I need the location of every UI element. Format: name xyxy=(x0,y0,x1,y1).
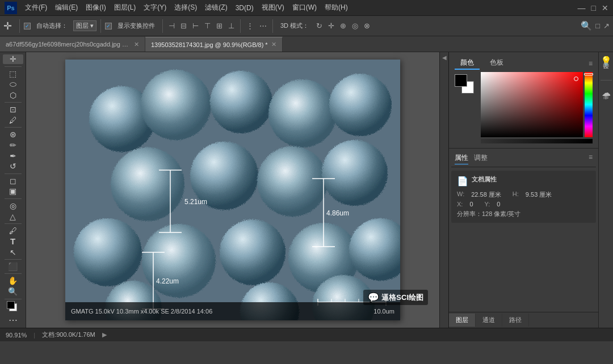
tool-pen[interactable]: 🖋 xyxy=(3,226,23,236)
panel-collapse[interactable]: ◀ xyxy=(439,52,448,328)
svg-point-12 xyxy=(220,219,285,285)
align-bottom-icon[interactable]: ⊥ xyxy=(226,20,236,31)
svg-point-11 xyxy=(142,224,216,298)
adjustments-tab[interactable]: 调整 xyxy=(474,153,488,164)
minimize-btn[interactable]: — xyxy=(578,3,586,12)
tab-1-close[interactable]: ✕ xyxy=(134,41,139,48)
learn-icon[interactable]: 💡 xyxy=(601,56,612,66)
dist-h-icon[interactable]: ⋮ xyxy=(245,20,255,31)
opacity-strip[interactable] xyxy=(481,139,593,143)
tool-sep-9 xyxy=(5,299,22,299)
status-bar: 90.91% | 文档:900.0K/1.76M ▶ xyxy=(0,328,613,341)
props-tabs: 属性 调整 ≡ xyxy=(451,151,596,167)
tool-eraser[interactable]: ◻ xyxy=(3,176,23,185)
canvas-wrap: 5.21um 4.86um 4.22um xyxy=(65,60,400,320)
paths-tab[interactable]: 路径 xyxy=(502,314,529,327)
w-label: W: xyxy=(457,191,464,199)
align-center-h-icon[interactable]: ⊟ xyxy=(179,20,188,31)
show-transform-label: 显示变换控件 xyxy=(114,20,158,31)
channels-tab[interactable]: 通道 xyxy=(476,314,502,327)
tool-blur[interactable]: ◎ xyxy=(3,201,23,210)
dist-v-icon[interactable]: ⋯ xyxy=(258,20,268,31)
align-top-icon[interactable]: ⊤ xyxy=(203,20,212,31)
cc-icon[interactable]: ☁ xyxy=(602,87,611,98)
tool-quick-select[interactable]: ⬡ xyxy=(3,90,23,100)
menu-type[interactable]: 文字(Y) xyxy=(140,2,170,14)
tool-eyedrop[interactable]: 🖊 xyxy=(3,115,23,125)
props-panel-menu[interactable]: ≡ xyxy=(589,153,593,164)
properties-tab[interactable]: 属性 xyxy=(455,153,468,164)
tool-shape[interactable]: ⬛ xyxy=(3,262,23,272)
tab-2[interactable]: 139503528174301.jpg @ 90.9%(RGB/8) * ✕ xyxy=(145,37,283,52)
status-sep: | xyxy=(33,332,35,338)
tool-dodge[interactable]: △ xyxy=(3,211,23,221)
tool-fg-bg[interactable] xyxy=(3,301,23,314)
menu-edit[interactable]: 编辑(E) xyxy=(52,2,81,14)
tool-sep-2 xyxy=(5,102,22,103)
move-tool-icon[interactable]: ✛ xyxy=(3,20,12,32)
menu-image[interactable]: 图像(I) xyxy=(82,2,109,14)
tab-2-close[interactable]: ✕ xyxy=(271,41,276,48)
tool-brush[interactable]: ✏ xyxy=(3,140,23,150)
menu-file[interactable]: 文件(F) xyxy=(22,2,51,14)
progress-arrow[interactable]: ▶ xyxy=(102,331,107,338)
3d-rotate-icon[interactable]: ↻ xyxy=(314,20,324,31)
show-transform-checkbox[interactable] xyxy=(105,23,112,29)
3d-roll-icon[interactable]: ◎ xyxy=(350,20,360,31)
3d-pan-icon[interactable]: ⊗ xyxy=(362,20,372,31)
right-toolbar-icons: 🔍 □ ↗ xyxy=(581,20,610,31)
color-section: 颜色 色板 ≡ xyxy=(449,52,598,149)
align-right-icon[interactable]: ⊢ xyxy=(191,20,200,31)
maximize-btn[interactable]: □ xyxy=(591,3,596,12)
layer-dropdown[interactable]: 图层 ▾ xyxy=(73,20,96,31)
fg-color-swatch[interactable] xyxy=(455,74,467,87)
menu-view[interactable]: 视图(V) xyxy=(258,2,288,14)
right-side-panel: 💡 学习 ☁ 库 xyxy=(598,52,613,328)
svg-point-2 xyxy=(141,70,211,140)
tool-move[interactable]: ✛ xyxy=(3,54,23,64)
search-icon[interactable]: 🔍 xyxy=(581,20,592,31)
ps-logo: Ps xyxy=(5,2,17,14)
swatches-tab[interactable]: 色板 xyxy=(484,57,509,70)
tab-1[interactable]: a67df556gy1fe6098mercj20hs0cgadd.jpg @ 9… xyxy=(0,37,145,52)
image-footer: GMATG 15.0kV 10.3mm x4.00k SE 2/8/2014 1… xyxy=(65,302,400,320)
menu-select[interactable]: 选择(S) xyxy=(171,2,200,14)
tool-crop[interactable]: ⊡ xyxy=(3,104,23,114)
gradient-container[interactable] xyxy=(481,72,593,137)
tool-zoom[interactable]: 🔍 xyxy=(3,287,23,297)
tool-history-brush[interactable]: ↺ xyxy=(3,162,23,171)
menu-layer[interactable]: 图层(L) xyxy=(111,2,140,14)
align-left-icon[interactable]: ⊣ xyxy=(167,20,177,31)
tool-type[interactable]: T xyxy=(3,236,23,246)
doc-size: 文档:900.0K/1.76M xyxy=(42,331,95,339)
tool-hand[interactable]: ✋ xyxy=(3,276,23,286)
gradient-main[interactable] xyxy=(481,72,583,137)
menu-3d[interactable]: 3D(D) xyxy=(232,3,257,13)
color-tab[interactable]: 颜色 xyxy=(455,57,480,70)
3d-move-icon[interactable]: ✛ xyxy=(326,20,336,31)
3d-scale-icon[interactable]: ⊕ xyxy=(338,20,348,31)
tab-bar: a67df556gy1fe6098mercj20hs0cgadd.jpg @ 9… xyxy=(0,36,613,52)
hue-strip[interactable] xyxy=(585,72,593,137)
menu-window[interactable]: 窗口(W) xyxy=(289,2,320,14)
document-properties: 📄 文档属性 W: 22.58 厘米 H: 9.53 厘米 X: 0 Y: 0 xyxy=(451,171,596,223)
menu-filter[interactable]: 滤镜(Z) xyxy=(201,2,230,14)
workspace-icon[interactable]: □ xyxy=(595,22,600,30)
menu-help[interactable]: 帮助(H) xyxy=(321,2,351,14)
tool-lasso[interactable]: ⬭ xyxy=(3,79,23,89)
share-icon[interactable]: ↗ xyxy=(603,22,610,30)
tool-stamp[interactable]: ✒ xyxy=(3,151,23,160)
svg-point-9 xyxy=(322,140,388,206)
watermark: 💬 逼格SCI绘图 xyxy=(363,290,428,305)
tool-marquee[interactable]: ⬚ xyxy=(3,69,23,78)
tool-path-select[interactable]: ↖ xyxy=(3,247,23,257)
tool-gradient[interactable]: ▣ xyxy=(3,187,23,196)
layers-tab[interactable]: 图层 xyxy=(449,314,476,327)
tool-spot-heal[interactable]: ⊛ xyxy=(3,130,23,139)
align-center-v-icon[interactable]: ⊞ xyxy=(215,20,224,31)
layers-bar: 图层 通道 路径 xyxy=(449,312,598,328)
tool-more[interactable]: ⋯ xyxy=(3,315,23,325)
panel-menu-icon[interactable]: ≡ xyxy=(589,60,593,67)
close-btn[interactable]: ✕ xyxy=(602,3,608,12)
auto-select-checkbox[interactable] xyxy=(24,23,31,29)
